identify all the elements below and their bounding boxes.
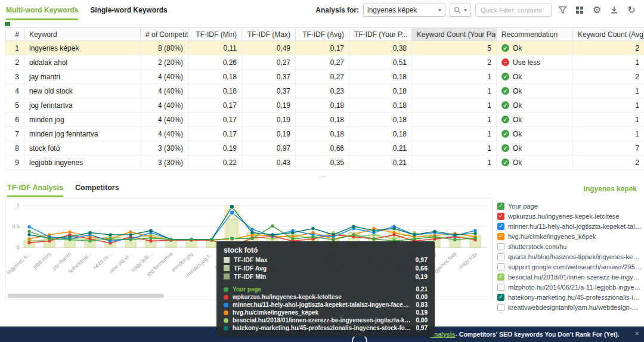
unchecked-checkbox-icon[interactable] [497, 253, 504, 260]
keyword-count-your-page-cell: 1 [412, 156, 497, 170]
tfidf-min-cell: 0,17 [188, 98, 242, 113]
checked-checkbox-icon[interactable]: ✓ [497, 294, 504, 301]
legend-item[interactable]: quartz.hu/blog/hasznos-tippek/ingyenes-k… [497, 251, 642, 262]
keyword-cell: ingyenes képek [24, 41, 141, 55]
legend-label: kreativwebdesigntanfolyam.hu/webdesign-b… [508, 304, 642, 311]
stat-value: 0,97 [416, 256, 428, 263]
legend-item[interactable]: ✓Your page [497, 201, 642, 211]
column-header-keyword-count-your-page[interactable]: Keyword Count (Your Page) ▼ [412, 28, 497, 41]
legend-label: hatekony-marketing.hu/45-professzionalis… [508, 294, 642, 301]
toolbar-controls: Analysis for: ingyenes képek ▾ ▾ ⚙ [315, 0, 638, 20]
legend-item[interactable]: mlzphoto.hu/2014/06/21/a-11-legjobb-ingy… [497, 282, 642, 292]
legend-item[interactable]: ✓hatekony-marketing.hu/45-professzionali… [497, 292, 642, 302]
search-dropdown[interactable]: ▾ [450, 4, 471, 17]
keyword-count-avg-cell: 1 [573, 113, 644, 127]
unchecked-checkbox-icon[interactable] [497, 284, 504, 291]
use-less-icon: – [501, 58, 509, 66]
column-header-tfidf-your-page[interactable]: TF-IDF (Your P... [349, 28, 412, 41]
legend-item[interactable]: ✓hvg.hu/cimke/ingyenes_képek [497, 231, 642, 241]
table-row[interactable]: 7minden jog fenntartva4 (40%)0,170,190,1… [5, 127, 644, 141]
recommendation-label: Ok [513, 116, 522, 124]
settings-gear-icon[interactable]: ⚙ [590, 4, 603, 17]
panel-splitter-handle[interactable]: ⋯ [0, 175, 644, 180]
checked-checkbox-icon[interactable]: ✓ [497, 223, 504, 230]
legend-label: quartz.hu/blog/hasznos-tippek/ingyenes-k… [508, 253, 642, 260]
recommendation-cell: ✓Ok [497, 141, 573, 156]
recommendation-label: Ok [513, 130, 522, 138]
tfidf-your-page-cell: 0,18 [349, 84, 412, 98]
analysis-keyword-value: ingyenes képek [367, 6, 417, 14]
competitors-cell: 8 (80%) [141, 41, 188, 55]
legend-item[interactable]: ✓minner.hu/11-hely-ahol-jogtiszta-kepeke… [497, 221, 642, 231]
ok-check-icon: ✓ [501, 130, 509, 138]
table-row[interactable]: 4new old stock4 (40%)0,180,370,230,181✓O… [5, 84, 644, 98]
tfidf-max-cell: 0,19 [242, 98, 296, 113]
checked-checkbox-icon[interactable]: ✓ [497, 213, 504, 220]
legend-item[interactable]: shutterstock.com/hu [497, 241, 642, 251]
row-number: 5 [5, 98, 24, 113]
keyword-cell: stock fotó [24, 141, 141, 156]
checked-checkbox-icon[interactable]: ✓ [497, 203, 504, 210]
checked-checkbox-icon[interactable]: ✓ [497, 233, 504, 240]
tab-multi-word-keywords[interactable]: Multi-word Keywords [6, 0, 78, 20]
table-row[interactable]: 9legjobb ingyenes3 (30%)0,220,430,350,21… [5, 156, 644, 170]
table-row[interactable]: 5jog fenntartva4 (40%)0,170,190,180,181✓… [5, 98, 644, 113]
unchecked-checkbox-icon[interactable] [497, 304, 504, 311]
selected-keyword-link[interactable]: ingyenes képek [584, 185, 637, 193]
keyword-count-avg-cell: 2 [573, 41, 644, 55]
column-header-competitors[interactable]: # of Competitors [141, 28, 188, 41]
filter-icon[interactable] [556, 4, 569, 17]
keyword-cell: new old stock [24, 84, 141, 98]
column-header-tfidf-min[interactable]: TF-IDF (Min) [188, 28, 242, 41]
column-header-keyword-count-avg[interactable]: Keyword Count (Avg) [573, 28, 644, 41]
checked-checkbox-icon[interactable]: ✓ [497, 273, 504, 281]
column-header-tfidf-max[interactable]: TF-IDF (Max) [242, 28, 296, 41]
chart-horizontal-scrollbar[interactable] [8, 294, 164, 298]
refresh-icon[interactable]: ↻ [625, 4, 638, 17]
tfidf-max-cell: 0,97 [242, 141, 296, 156]
column-header-keyword[interactable]: Keyword [24, 28, 141, 41]
ok-check-icon: ✓ [501, 87, 509, 95]
keyword-count-your-page-cell: 1 [412, 113, 497, 127]
legend-item[interactable]: ✓wpkurzus.hu/ingyenes-kepek-letoltese [497, 211, 642, 221]
keyword-count-avg-cell: 1 [573, 127, 644, 141]
quick-filter-input[interactable] [475, 4, 552, 17]
legend-item[interactable]: ✓besocial.hu/2018/01/innen-szerezz-be-in… [497, 272, 642, 282]
legend-item[interactable]: support.google.com/websearch/answer/2950… [497, 262, 642, 272]
legend-item[interactable]: kreativwebdesigntanfolyam.hu/webdesign-b… [497, 302, 642, 312]
columns-grid-icon[interactable] [573, 4, 586, 17]
unchecked-checkbox-icon[interactable] [497, 243, 504, 250]
column-header-recommendation[interactable]: Recommendation [497, 28, 573, 41]
tab-single-word-keywords[interactable]: Single-word Keywords [90, 0, 167, 20]
tooltip-stats: TF-IDF Max0,97TF-IDF Avg0,66TF-IDF Min0,… [224, 256, 428, 281]
analysis-keyword-select[interactable]: ingyenes képek ▾ [363, 4, 445, 17]
close-icon[interactable]: × [634, 329, 639, 338]
table-row[interactable]: 2oldalak ahol2 (20%)0,260,270,270,512–Us… [5, 55, 644, 70]
column-header-num[interactable]: # [5, 28, 24, 41]
keyword-cell: jog fenntartva [24, 98, 141, 113]
tab-tfidf-analysis[interactable]: TF-IDF Analysis [7, 180, 63, 197]
keyword-count-avg-cell: 7 [573, 141, 644, 156]
tooltip-stat-row: TF-IDF Min0,19 [224, 272, 428, 281]
download-icon[interactable] [608, 4, 621, 17]
series-dot-icon [224, 295, 228, 300]
tooltip-series-row: hatekony-marketing.hu/45-professzionalis… [224, 324, 428, 332]
stat-label: TF-IDF Avg [234, 265, 411, 272]
tfidf-avg-cell: 0,27 [296, 70, 349, 84]
unchecked-checkbox-icon[interactable] [497, 263, 504, 271]
column-header-tfidf-avg[interactable]: TF-IDF (Avg) [296, 28, 349, 41]
stat-label: TF-IDF Max [234, 256, 411, 263]
table-row[interactable]: 1ingyenes képek8 (80%)0,110,490,170,385✓… [5, 41, 644, 55]
series-value: 0,19 [416, 309, 428, 316]
ok-check-icon: ✓ [501, 116, 509, 123]
tfidf-your-page-cell: 0,18 [349, 98, 412, 113]
table-row[interactable]: 6minden jog4 (40%)0,170,190,180,181✓Ok1 [5, 113, 644, 127]
tab-competitors[interactable]: Competitors [75, 180, 119, 197]
tfidf-min-cell: 0,18 [188, 70, 242, 84]
keyword-count-your-page-cell: 5 [412, 41, 497, 55]
table-row[interactable]: 8stock fotó3 (30%)0,190,970,660,211✓Ok7 [5, 141, 644, 156]
tfidf-min-cell: 0,19 [188, 141, 242, 156]
legend-label: besocial.hu/2018/01/innen-szerezz-be-ing… [508, 273, 642, 281]
table-row[interactable]: 3jay mantri4 (40%)0,180,370,270,181✓Ok2 [5, 70, 644, 84]
tfidf-analysis-app: Multi-word Keywords Single-word Keywords… [0, 0, 644, 342]
